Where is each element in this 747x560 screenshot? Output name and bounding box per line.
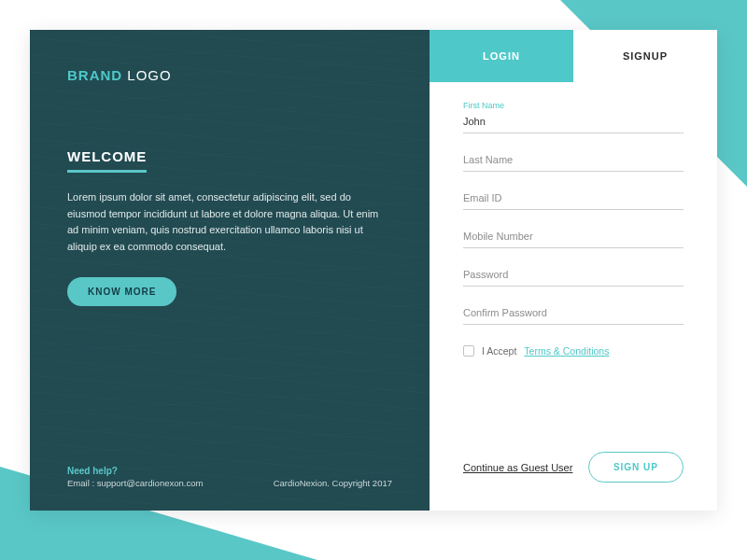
signup-form: First Name I Accept Terms & Co: [430, 82, 717, 511]
welcome-block: WELCOME Lorem ipsum dolor sit amet, cons…: [67, 148, 392, 306]
help-label: Need help?: [67, 466, 203, 476]
help-email: Email : support@cardionexon.com: [67, 478, 203, 488]
brand-part2: LOGO: [127, 67, 171, 83]
signup-button[interactable]: SIGN UP: [588, 452, 684, 483]
first-name-input[interactable]: [463, 112, 684, 133]
field-first-name: First Name: [463, 101, 684, 133]
first-name-label: First Name: [463, 101, 684, 110]
terms-row: I Accept Terms & Conditions: [463, 345, 684, 357]
guest-user-link[interactable]: Continue as Guest User: [463, 462, 572, 473]
right-panel: LOGIN SIGNUP First Name: [430, 30, 717, 511]
email-input[interactable]: [463, 189, 684, 210]
left-footer: Need help? Email : support@cardionexon.c…: [67, 466, 392, 488]
terms-checkbox[interactable]: [463, 345, 474, 357]
copyright: CardioNexion. Copyright 2017: [274, 478, 392, 488]
password-input[interactable]: [463, 265, 684, 287]
form-bottom-row: Continue as Guest User SIGN UP: [463, 452, 684, 511]
confirm-password-input[interactable]: [463, 303, 684, 325]
field-confirm-password: [463, 303, 684, 325]
welcome-heading: WELCOME: [67, 148, 147, 173]
terms-prefix: I Accept: [482, 345, 516, 357]
brand-part1: BRAND: [67, 67, 122, 83]
field-mobile: [463, 227, 684, 248]
tab-login[interactable]: LOGIN: [430, 30, 573, 82]
field-last-name: [463, 150, 684, 172]
welcome-description: Lorem ipsum dolor sit amet, consectetur …: [67, 189, 385, 255]
auth-card: BRAND LOGO WELCOME Lorem ipsum dolor sit…: [30, 30, 717, 511]
terms-link[interactable]: Terms & Conditions: [524, 345, 609, 357]
auth-tabs: LOGIN SIGNUP: [430, 30, 717, 82]
field-email: [463, 189, 684, 210]
brand-logo: BRAND LOGO: [67, 67, 392, 83]
left-panel: BRAND LOGO WELCOME Lorem ipsum dolor sit…: [30, 30, 430, 511]
tab-signup[interactable]: SIGNUP: [573, 30, 717, 82]
know-more-button[interactable]: KNOW MORE: [67, 277, 176, 306]
help-block: Need help? Email : support@cardionexon.c…: [67, 466, 203, 488]
field-password: [463, 265, 684, 287]
last-name-input[interactable]: [463, 150, 684, 172]
mobile-input[interactable]: [463, 227, 684, 248]
